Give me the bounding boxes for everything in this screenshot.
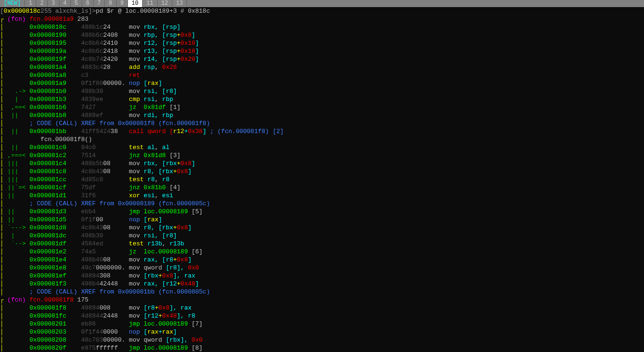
prompt-addr: 0x0000818c — [4, 7, 41, 15]
tab-4[interactable]: 4 — [59, 0, 71, 7]
tab-6[interactable]: 6 — [82, 0, 93, 7]
tab-8[interactable]: 8 — [105, 0, 116, 7]
tab-9[interactable]: 9 — [117, 0, 128, 7]
tab-7[interactable]: 7 — [93, 0, 105, 7]
tab-new[interactable]: [NEW] — [0, 0, 25, 7]
tab-bar[interactable]: [NEW] 1 2 3 4 5 6 7 8 9 10 11 12 13 — [0, 0, 644, 7]
tab-11[interactable]: 11 — [143, 0, 157, 7]
tab-1[interactable]: 1 — [25, 0, 36, 7]
prompt-info: 255 alxchk_ls — [41, 7, 88, 15]
disassembly-view: ┌ (fcn) fcn.000081a9 283│ 0x0000818c 488… — [0, 15, 644, 352]
tab-10[interactable]: 10 — [128, 0, 143, 7]
tab-3[interactable]: 3 — [48, 0, 59, 7]
bracket-open: [ — [0, 7, 4, 15]
tab-12[interactable]: 12 — [158, 0, 172, 7]
bracket-close: ]> — [88, 7, 96, 15]
prompt-line[interactable]: [0x0000818c 255 alxchk_ls]> pd $r @ loc.… — [0, 7, 644, 15]
tab-2[interactable]: 2 — [36, 0, 48, 7]
prompt-cmd[interactable]: pd $r @ loc.00008189+3 # 0x818c — [96, 7, 210, 15]
tab-5[interactable]: 5 — [71, 0, 82, 7]
tab-13[interactable]: 13 — [172, 0, 187, 7]
